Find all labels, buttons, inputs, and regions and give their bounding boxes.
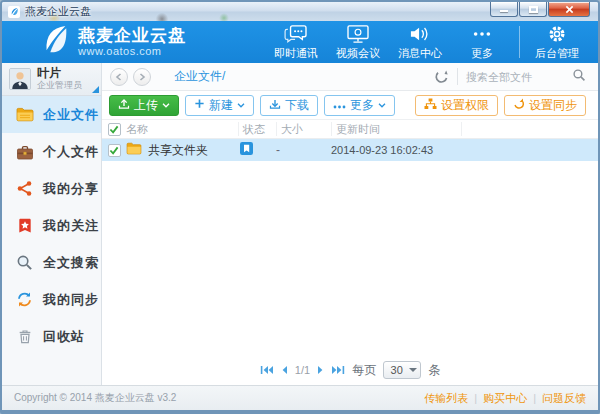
set-sync-button[interactable]: 设置同步 [504, 95, 586, 116]
sidebar-item-personal-files[interactable]: 个人文件 [2, 133, 101, 170]
per-page-label: 每页 [352, 362, 376, 379]
feedback-link[interactable]: 问题反馈 [542, 391, 586, 406]
divider: | [533, 392, 536, 404]
refresh-button[interactable] [426, 69, 457, 84]
chevron-down-icon [378, 103, 386, 108]
sidebar-item-label: 我的关注 [43, 217, 99, 235]
sidebar-item-label: 全文搜索 [43, 254, 99, 272]
nav-instant-messaging[interactable]: 即时通讯 [265, 24, 327, 61]
chevron-down-icon [162, 103, 170, 108]
sidebar-item-label: 我的同步 [43, 291, 99, 309]
set-permission-label: 设置权限 [441, 97, 489, 114]
window-title: 燕麦企业云盘 [25, 4, 91, 19]
app-icon [8, 6, 20, 18]
more-label: 更多 [350, 97, 374, 114]
search-box [458, 68, 590, 86]
pagination: 1/1 每页 30 条 [102, 355, 598, 385]
briefcase-icon [15, 143, 34, 161]
select-all-checkbox[interactable] [108, 123, 121, 136]
sidebar-item-fulltext-search[interactable]: 全文搜索 [2, 244, 101, 281]
sidebar-item-recycle-bin[interactable]: 回收站 [2, 318, 101, 355]
panel-expand-indicator-icon [92, 86, 99, 93]
status-bar: Copyright © 2014 燕麦企业云盘 v3.2 传输列表 | 购买中心… [2, 385, 598, 410]
download-label: 下载 [285, 97, 309, 114]
nav-video-conference[interactable]: 视频会议 [327, 24, 389, 61]
speaker-icon [409, 24, 431, 44]
brand-url: www.oatos.com [78, 45, 186, 57]
file-toolbar: 上传 新建 下载 [102, 91, 598, 119]
sidebar-item-my-sync[interactable]: 我的同步 [2, 281, 101, 318]
prev-page-button[interactable] [281, 365, 288, 375]
first-page-button[interactable] [260, 365, 274, 375]
back-button[interactable] [110, 68, 128, 86]
column-header-size[interactable]: 大小 [276, 122, 331, 136]
upload-label: 上传 [134, 97, 158, 114]
next-page-button[interactable] [317, 365, 324, 375]
nav-message-center[interactable]: 消息中心 [389, 24, 451, 61]
sync-flag-icon [240, 144, 253, 158]
user-panel[interactable]: 叶片 企业管理员 [2, 63, 101, 96]
caret-down-icon [409, 368, 417, 372]
magnifier-icon [15, 254, 34, 272]
purchase-center-link[interactable]: 购买中心 [483, 391, 527, 406]
avatar [9, 68, 31, 90]
per-page-value: 30 [384, 364, 409, 376]
maximize-button[interactable] [519, 2, 547, 17]
table-row[interactable]: 共享文件夹 - 2014-09-23 16:02:43 [102, 139, 598, 161]
app-window: 燕麦企业云盘 燕麦企业云盘 www.oatos.com 即时通 [0, 0, 600, 414]
copyright-text: Copyright © 2014 燕麦企业云盘 v3.2 [14, 391, 176, 405]
nav-more[interactable]: 更多 [451, 24, 513, 61]
navigation-bar: 企业文件/ [102, 63, 598, 91]
sidebar-item-my-shares[interactable]: 我的分享 [2, 170, 101, 207]
sidebar-item-my-follows[interactable]: 我的关注 [2, 207, 101, 244]
column-header-status[interactable]: 状态 [238, 122, 276, 136]
forward-button[interactable] [133, 68, 151, 86]
sidebar-item-label: 我的分享 [43, 180, 99, 198]
last-page-button[interactable] [331, 365, 345, 375]
per-page-select[interactable]: 30 [383, 361, 421, 379]
nav-divider [519, 26, 520, 58]
nav-label: 更多 [471, 46, 493, 61]
sync-icon [513, 98, 525, 113]
close-button[interactable] [548, 2, 590, 17]
folder-icon [15, 106, 34, 124]
title-bar[interactable]: 燕麦企业云盘 [2, 2, 598, 21]
divider: | [474, 392, 477, 404]
nav-label: 视频会议 [336, 46, 380, 61]
hierarchy-icon [424, 98, 437, 113]
download-button[interactable]: 下载 [260, 95, 318, 116]
more-button[interactable]: 更多 [324, 95, 395, 116]
transfer-list-link[interactable]: 传输列表 [424, 391, 468, 406]
upload-button[interactable]: 上传 [109, 95, 179, 116]
sidebar-item-enterprise-files[interactable]: 企业文件 [2, 96, 101, 133]
trash-icon [15, 328, 34, 346]
search-icon[interactable] [572, 68, 586, 86]
share-icon [15, 180, 34, 198]
row-checkbox[interactable] [108, 144, 121, 157]
bookmark-star-icon [15, 217, 34, 235]
sidebar-item-label: 企业文件 [43, 106, 99, 124]
minimize-button[interactable] [490, 2, 518, 17]
new-label: 新建 [209, 97, 233, 114]
set-sync-label: 设置同步 [529, 97, 577, 114]
column-header-name[interactable]: 名称 [126, 122, 238, 137]
app-header: 燕麦企业云盘 www.oatos.com 即时通讯 视频会议 [2, 21, 598, 63]
column-header-updated[interactable]: 更新时间 [331, 122, 461, 136]
set-permission-button[interactable]: 设置权限 [415, 95, 498, 116]
breadcrumb[interactable]: 企业文件/ [174, 68, 225, 85]
folder-icon [126, 142, 142, 158]
upload-icon [118, 98, 130, 113]
file-name[interactable]: 共享文件夹 [148, 142, 208, 159]
main-panel: 企业文件/ [102, 63, 598, 385]
sidebar-item-label: 个人文件 [43, 143, 99, 161]
file-list-empty-area [102, 161, 598, 355]
search-input[interactable] [466, 71, 572, 83]
nav-admin-console[interactable]: 后台管理 [526, 24, 588, 61]
sync-icon [15, 291, 34, 309]
new-button[interactable]: 新建 [185, 95, 254, 116]
page-indicator: 1/1 [295, 364, 310, 376]
file-updated: 2014-09-23 16:02:43 [331, 144, 461, 156]
nav-label: 消息中心 [398, 46, 442, 61]
user-role: 企业管理员 [37, 81, 82, 91]
gear-icon [546, 24, 568, 44]
